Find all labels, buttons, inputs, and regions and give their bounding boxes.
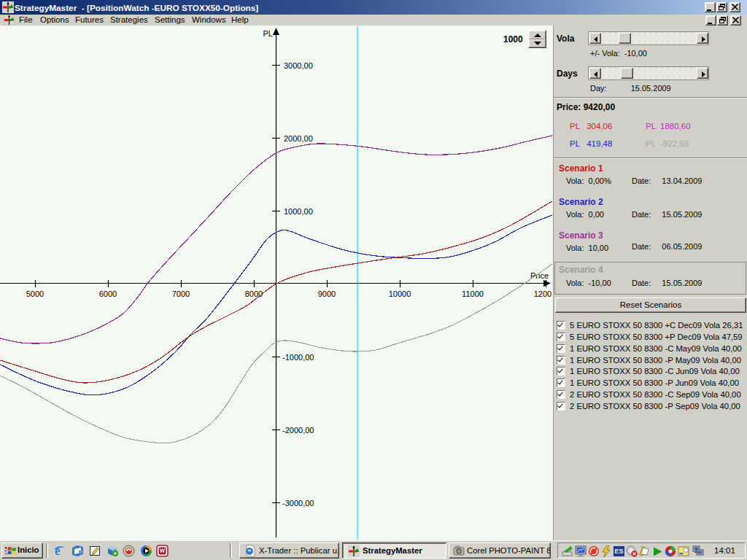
svg-text:1200: 1200 <box>534 289 551 298</box>
svg-text:3000,00: 3000,00 <box>284 61 313 70</box>
svg-text:7000: 7000 <box>172 289 190 298</box>
svg-text:6000: 6000 <box>99 289 117 298</box>
svg-text:-1000,00: -1000,00 <box>282 353 314 362</box>
svg-text:PL: PL <box>263 29 273 38</box>
svg-text:-3000,00: -3000,00 <box>282 499 314 508</box>
svg-text:5000: 5000 <box>26 289 44 298</box>
svg-text:9000: 9000 <box>318 289 336 298</box>
svg-text:8000: 8000 <box>245 289 263 298</box>
svg-text:2000,00: 2000,00 <box>284 134 313 143</box>
svg-text:11000: 11000 <box>462 289 484 298</box>
svg-text:10000: 10000 <box>389 289 411 298</box>
svg-text:1000,00: 1000,00 <box>284 207 313 216</box>
svg-text:e: e <box>55 544 61 557</box>
svg-text:-2000,00: -2000,00 <box>282 426 314 435</box>
